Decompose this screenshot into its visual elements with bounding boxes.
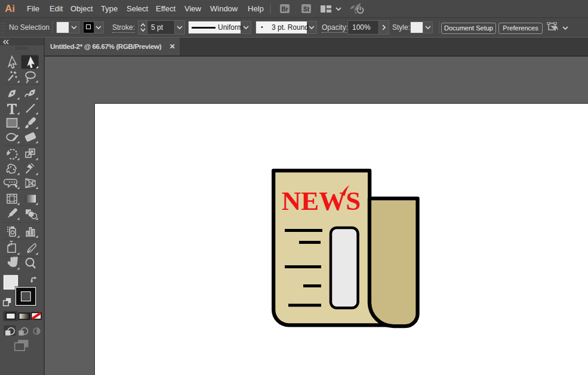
- svg-text:St: St: [303, 6, 310, 13]
- svg-text:Br: Br: [281, 6, 288, 13]
- svg-text:NEWS: NEWS: [282, 186, 361, 216]
